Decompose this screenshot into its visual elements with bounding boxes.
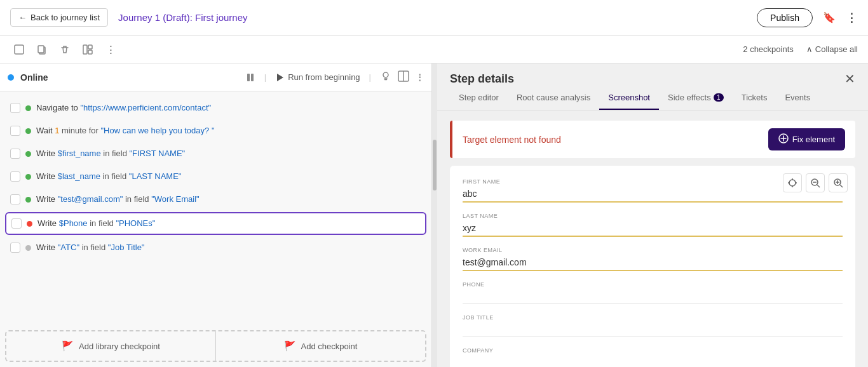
scroll-indicator (432, 63, 437, 367)
add-library-checkpoint-button[interactable]: 🚩 Add library checkpoint (6, 331, 215, 361)
online-bar: Online | Run from beginning | ⋮ (0, 63, 431, 91)
back-button-label: Back to journey list (31, 13, 100, 22)
step-item[interactable]: Navigate to "https://www.perficient.com/… (0, 97, 431, 119)
bookmark-icon[interactable]: 🔖 (823, 11, 836, 23)
more-options-icon[interactable]: ⋮ (846, 11, 858, 25)
form-field-phone: PHONE (463, 281, 843, 304)
form-label: COMPANY (463, 347, 843, 354)
step-item[interactable]: Wait 1 minute for "How can we help you t… (0, 119, 431, 142)
split-view-icon[interactable] (398, 70, 409, 84)
scroll-thumb[interactable] (433, 140, 437, 190)
step-item[interactable]: Write $last_name in field "LAST NAME" (0, 165, 431, 188)
back-arrow-icon: ← (18, 13, 27, 22)
tab-side-effects-label: Side effects (668, 93, 711, 102)
panel-header: Step details ✕ (437, 63, 868, 86)
svg-point-9 (383, 72, 388, 77)
more-toolbar-icon[interactable]: ⋮ (102, 41, 119, 58)
bulb-icon[interactable] (380, 70, 391, 84)
step-status-dot (25, 105, 31, 111)
step-item[interactable]: Write "ATC" in field "Job Title" (0, 236, 431, 259)
add-library-icon: 🚩 (62, 340, 74, 352)
step-checkbox[interactable] (11, 218, 22, 229)
form-label: PHONE (463, 281, 843, 288)
svg-rect-5 (88, 50, 92, 54)
step-text: Navigate to "https://www.perficient.com/… (36, 102, 211, 114)
checkbox-icon[interactable] (10, 41, 28, 58)
svg-marker-8 (277, 74, 283, 81)
svg-line-21 (817, 185, 820, 187)
crosshair-button[interactable] (783, 173, 802, 192)
step-item[interactable]: Write $first_name in field "FIRST NAME" (0, 142, 431, 165)
tab-tickets-label: Tickets (742, 93, 768, 102)
close-panel-button[interactable]: ✕ (844, 71, 855, 86)
fix-button-label: Fix element (792, 135, 835, 144)
online-label: Online (20, 72, 239, 83)
journey-title: Journey 1 (Draft): First journey (118, 12, 747, 23)
copy-icon[interactable] (33, 41, 51, 58)
pause-button[interactable] (245, 72, 255, 83)
tab-events[interactable]: Events (776, 86, 819, 110)
step-checkbox[interactable] (10, 194, 20, 204)
step-item[interactable]: Write "test@gmail.com" in field "Work Em… (0, 188, 431, 211)
target-not-found-alert: Target element not found Fix element (450, 121, 855, 158)
tab-step-editor-label: Step editor (459, 93, 499, 102)
tab-root-cause-label: Root cause analysis (517, 93, 590, 102)
collapse-all-button[interactable]: ∧ Collapse all (806, 44, 858, 54)
step-checkbox[interactable] (10, 171, 20, 182)
form-field-lastname: LAST NAME (463, 213, 843, 237)
svg-line-24 (840, 185, 843, 187)
collapse-icon: ∧ (806, 44, 813, 54)
svg-rect-4 (88, 45, 92, 49)
form-input-jobtitle (463, 322, 843, 337)
publish-button[interactable]: Publish (757, 8, 813, 27)
delete-icon[interactable] (56, 41, 74, 58)
form-field-jobtitle: JOB TITLE (463, 314, 843, 337)
top-bar: ← Back to journey list Journey 1 (Draft)… (0, 0, 868, 36)
step-status-dot (27, 221, 32, 227)
tab-step-editor[interactable]: Step editor (450, 86, 508, 110)
panel-content: Target element not found Fix element (437, 110, 868, 367)
screenshot-controls (783, 173, 848, 192)
tab-root-cause[interactable]: Root cause analysis (508, 86, 599, 110)
add-checkpoint-label: Add checkpoint (301, 342, 358, 351)
add-library-label: Add library checkpoint (79, 342, 160, 351)
form-input-lastname[interactable] (463, 220, 843, 237)
layout-icon[interactable] (79, 41, 97, 58)
step-checkbox[interactable] (10, 126, 20, 136)
tab-tickets[interactable]: Tickets (733, 86, 776, 110)
run-from-beginning-button[interactable]: Run from beginning (275, 72, 360, 82)
svg-rect-3 (83, 45, 87, 54)
back-to-journey-button[interactable]: ← Back to journey list (10, 8, 108, 27)
collapse-label: Collapse all (815, 44, 858, 54)
svg-point-15 (789, 180, 796, 186)
step-checkbox[interactable] (10, 243, 20, 253)
form-field-company: COMPANY (463, 347, 843, 367)
svg-rect-7 (251, 74, 254, 81)
add-checkpoint-button[interactable]: 🚩 Add checkpoint (216, 331, 425, 361)
step-checkbox[interactable] (10, 103, 20, 113)
step-item-active[interactable]: Write $Phone in field "PHONEs" (5, 212, 426, 235)
checkpoints-count: 2 checkpoints (743, 44, 794, 54)
form-label: LAST NAME (463, 213, 843, 219)
main-content: Online | Run from beginning | ⋮ (0, 63, 868, 367)
add-checkpoint-icon: 🚩 (284, 340, 296, 352)
step-status-dot (25, 174, 31, 180)
panel-title: Step details (450, 72, 514, 86)
tab-side-effects[interactable]: Side effects 1 (659, 86, 733, 110)
zoom-in-button[interactable] (829, 173, 848, 192)
tab-screenshot[interactable]: Screenshot (599, 86, 659, 110)
step-text: Write $last_name in field "LAST NAME" (36, 171, 181, 182)
right-panel: Step details ✕ Step editor Root cause an… (437, 63, 868, 367)
step-text: Write $Phone in field "PHONEs" (37, 218, 155, 229)
add-checkpoint-bar: 🚩 Add library checkpoint 🚩 Add checkpoin… (5, 330, 426, 362)
online-bar-more-icon[interactable]: ⋮ (416, 72, 424, 82)
tab-events-label: Events (785, 93, 810, 102)
fix-element-button[interactable]: Fix element (768, 128, 845, 150)
zoom-out-button[interactable] (806, 173, 825, 192)
add-checkpoint-section: 🚩 Add library checkpoint 🚩 Add checkpoin… (0, 330, 431, 367)
form-input-email[interactable] (463, 255, 843, 271)
svg-rect-0 (15, 45, 24, 54)
form-preview: FIRST NAME LAST NAME WORK EMAIL PHONE (463, 178, 843, 367)
run-label: Run from beginning (288, 72, 360, 82)
step-checkbox[interactable] (10, 149, 20, 159)
